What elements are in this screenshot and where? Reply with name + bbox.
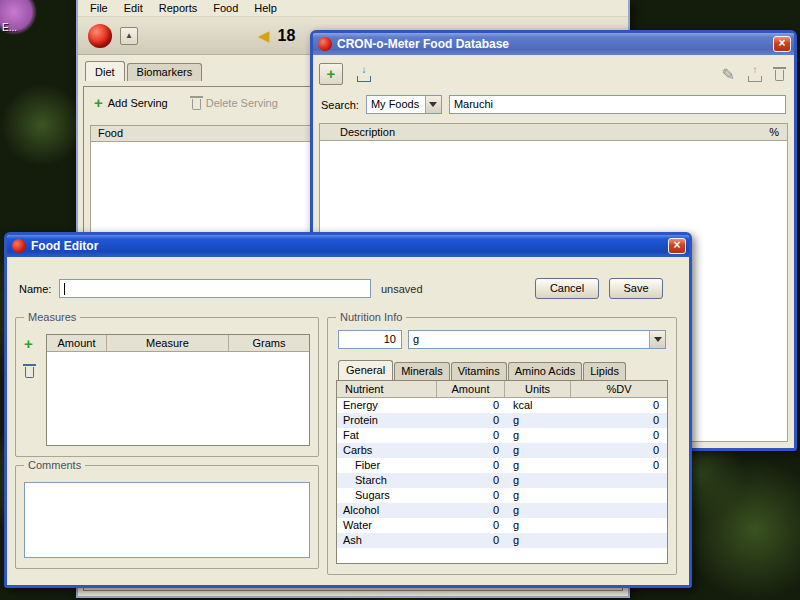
measures-table-header: Amount Measure Grams <box>47 335 309 352</box>
menu-food[interactable]: Food <box>205 0 246 16</box>
search-label: Search: <box>321 99 359 111</box>
nutrient-dv: 0 <box>571 443 667 458</box>
nutrient-amount: 0 <box>437 518 505 533</box>
cronometer-icon <box>318 37 332 51</box>
unsaved-status: unsaved <box>381 283 423 295</box>
text-caret <box>64 283 65 295</box>
nutrient-units: g <box>505 458 571 473</box>
plus-icon: + <box>94 97 103 109</box>
tab-vitamins[interactable]: Vitamins <box>451 362 507 380</box>
search-input[interactable]: Maruchi <box>449 95 786 114</box>
serving-unit-dropdown[interactable]: g <box>408 330 666 349</box>
combo-button[interactable] <box>649 331 665 348</box>
nutrition-legend: Nutrition Info <box>336 311 406 324</box>
collapse-icon: ▲ <box>125 31 133 40</box>
comments-textarea[interactable] <box>24 482 310 558</box>
add-food-button[interactable]: + <box>319 63 343 85</box>
nutrient-amount: 0 <box>437 428 505 443</box>
tab-amino-acids[interactable]: Amino Acids <box>508 362 583 380</box>
close-icon[interactable]: × <box>773 36 791 52</box>
description-column-header[interactable]: Description <box>320 126 745 138</box>
nutrient-name: Starch <box>337 473 437 488</box>
nutrient-dv: 0 <box>571 413 667 428</box>
combo-button[interactable] <box>425 96 441 113</box>
menu-help[interactable]: Help <box>246 0 285 16</box>
nutrient-row[interactable]: Starch0g <box>337 473 667 488</box>
nutrient-dv <box>571 518 667 533</box>
previous-day-icon[interactable]: ◀ <box>258 27 270 45</box>
menu-file[interactable]: File <box>82 0 116 16</box>
nutrient-amount: 0 <box>437 533 505 548</box>
search-scope-value: My Foods <box>367 96 425 113</box>
nutrient-row[interactable]: Sugars0g <box>337 488 667 503</box>
tab-diet[interactable]: Diet <box>85 61 125 81</box>
tab-lipids[interactable]: Lipids <box>583 362 626 380</box>
cancel-button[interactable]: Cancel <box>535 278 599 299</box>
food-database-titlebar[interactable]: CRON-o-Meter Food Database × <box>313 33 794 55</box>
amount-column-header[interactable]: Amount <box>47 335 107 351</box>
nutrient-units: g <box>505 413 571 428</box>
delete-serving-button[interactable]: Delete Serving <box>192 96 278 110</box>
food-editor-titlebar[interactable]: Food Editor × <box>7 235 689 257</box>
save-button[interactable]: Save <box>609 278 663 299</box>
nutrient-dv: 0 <box>571 458 667 473</box>
delete-measure-trash-icon[interactable] <box>25 367 34 378</box>
search-row: Search: My Foods Maruchi <box>321 95 786 114</box>
nutrient-row[interactable]: Fat0g0 <box>337 428 667 443</box>
dv-column-header[interactable]: %DV <box>571 381 667 397</box>
close-icon[interactable]: × <box>668 238 686 254</box>
menu-edit[interactable]: Edit <box>116 0 151 16</box>
app-logo-icon <box>88 24 112 48</box>
nutrient-row[interactable]: Energy0kcal0 <box>337 398 667 413</box>
search-scope-dropdown[interactable]: My Foods <box>366 95 442 114</box>
nutrient-dv: 0 <box>571 398 667 413</box>
measure-column-header[interactable]: Measure <box>107 335 229 351</box>
nutrient-units: g <box>505 428 571 443</box>
add-measure-button[interactable]: + <box>24 338 33 350</box>
tab-minerals[interactable]: Minerals <box>394 362 450 380</box>
add-serving-button[interactable]: + Add Serving <box>94 97 168 109</box>
nutrient-name: Fiber <box>337 458 437 473</box>
nutrient-column-header[interactable]: Nutrient <box>337 381 437 397</box>
nutrient-name: Ash <box>337 533 437 548</box>
menu-reports[interactable]: Reports <box>151 0 206 16</box>
nutrient-row[interactable]: Protein0g0 <box>337 413 667 428</box>
nutrition-tab-bar: General Minerals Vitamins Amino Acids Li… <box>338 362 627 380</box>
nutrient-row[interactable]: Carbs0g0 <box>337 443 667 458</box>
measures-group: Measures + Amount Measure Grams <box>15 317 319 457</box>
units-column-header[interactable]: Units <box>505 381 571 397</box>
nutrient-units: g <box>505 503 571 518</box>
tab-biomarkers[interactable]: Biomarkers <box>127 63 203 81</box>
measures-list[interactable] <box>47 352 309 445</box>
name-input[interactable] <box>59 279 371 298</box>
search-input-value: Maruchi <box>454 98 493 110</box>
comments-legend: Comments <box>24 459 85 472</box>
plus-icon: + <box>327 68 336 80</box>
nutrient-units: g <box>505 443 571 458</box>
nutrient-dv: 0 <box>571 428 667 443</box>
export-icon[interactable]: ↑ <box>748 67 762 82</box>
nutrient-name: Water <box>337 518 437 533</box>
import-food-button[interactable]: ↓ <box>353 63 375 85</box>
percent-column-header[interactable]: % <box>745 126 787 138</box>
collapse-button[interactable]: ▲ <box>120 27 138 45</box>
serving-unit-value: g <box>409 331 649 348</box>
results-table-header: Description % <box>320 124 787 141</box>
edit-pencil-icon[interactable]: ✎ <box>722 65 735 84</box>
serving-amount-input[interactable]: 10 <box>338 330 402 349</box>
menu-bar: File Edit Reports Food Help <box>78 0 628 17</box>
grams-column-header[interactable]: Grams <box>229 335 309 351</box>
amount-column-header[interactable]: Amount <box>437 381 505 397</box>
nutrient-amount: 0 <box>437 488 505 503</box>
nutrient-row[interactable]: Water0g <box>337 518 667 533</box>
nutrient-units: g <box>505 488 571 503</box>
import-icon: ↓ <box>357 67 371 82</box>
nutrient-row[interactable]: Alcohol0g <box>337 503 667 518</box>
nutrient-name: Sugars <box>337 488 437 503</box>
tab-general[interactable]: General <box>338 360 393 380</box>
nutrition-group: Nutrition Info 10 g General Minerals Vit… <box>327 317 677 575</box>
delete-food-trash-icon[interactable] <box>775 70 784 81</box>
chevron-down-icon <box>429 102 437 107</box>
nutrient-row[interactable]: Fiber0g0 <box>337 458 667 473</box>
nutrient-row[interactable]: Ash0g <box>337 533 667 548</box>
